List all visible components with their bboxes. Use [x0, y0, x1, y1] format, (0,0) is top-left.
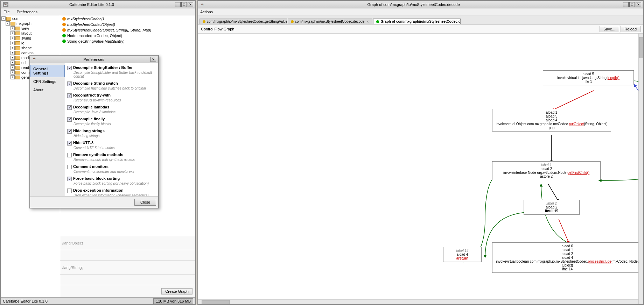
tree-item-view[interactable]: + view	[1, 26, 60, 31]
tree-toggle-swing[interactable]: +	[10, 36, 15, 40]
close-btn[interactable]: ✕	[188, 2, 193, 7]
pref-checkbox-10[interactable]	[67, 189, 72, 193]
left-titlebar: ☕ Cafebabe Editor Lite 0.1.0 _ □ ✕	[1, 1, 195, 8]
pref-option-label-6[interactable]: ✓ Hide UTF-8	[67, 141, 156, 146]
pref-option-label-7[interactable]: Remove synthetic methods	[67, 152, 156, 157]
tab-close-1[interactable]: ✕	[366, 20, 369, 23]
tree-item-io[interactable]: + io	[1, 41, 60, 45]
pref-checkbox-1[interactable]: ✓	[67, 81, 72, 86]
pref-checkbox-6[interactable]: ✓	[67, 141, 72, 146]
pref-option-label-10[interactable]: Drop exception information	[67, 188, 156, 193]
pref-option-desc-6: Convert UTF-8 to \u codes	[74, 146, 156, 150]
left-window-controls: _ □ ✕	[175, 2, 193, 7]
pref-option-9: ✓ Force basic block sorting Force basic …	[67, 176, 156, 185]
pref-nav-about[interactable]: About	[30, 86, 65, 94]
method-icon-4	[62, 40, 66, 43]
tree-toggle-model[interactable]: +	[10, 56, 15, 60]
pref-nav-general[interactable]: General Settings	[30, 65, 65, 77]
tree-toggle-mxgraph[interactable]: -	[6, 21, 10, 26]
tree-toggle-layout[interactable]: +	[10, 31, 15, 35]
node2-line5: pop	[495, 126, 608, 130]
menubar: File Preferences	[1, 8, 195, 15]
tree-item-com[interactable]: - com	[1, 16, 60, 21]
node1-line2: invokevirtual int java.lang.String.lengt…	[546, 76, 631, 80]
pref-option-label-0[interactable]: ✓ Decompile StringBuilder / Buffer	[67, 65, 156, 70]
pref-main: ✓ Decompile StringBuilder / Buffer Decom…	[65, 63, 158, 196]
pref-title: Preferences	[37, 57, 150, 62]
tab-2[interactable]: Graph of com/mxgraph/io/mxStylesheetCode…	[373, 19, 461, 24]
folder-icon-util	[15, 61, 20, 65]
scrollbar-v-thumb[interactable]	[639, 37, 643, 58]
tab-0[interactable]: com/mxgraph/io/mxStylesheetCodec.getStri…	[200, 19, 287, 24]
pref-option-label-5[interactable]: ✓ Hide long strings	[67, 129, 156, 134]
maximize-btn[interactable]: □	[181, 2, 187, 7]
tree-toggle-canvas[interactable]: +	[10, 51, 15, 55]
tab-label-2: Graph of com/mxgraph/io/mxStylesheetCode…	[380, 20, 461, 23]
pref-option-desc-3: Decompile Java 8 lambdas	[74, 110, 156, 114]
vertical-scrollbar[interactable]	[638, 34, 643, 304]
minimize-btn[interactable]: _	[175, 2, 181, 7]
tree-toggle-shape[interactable]: +	[10, 46, 15, 50]
tree-item-shape[interactable]: + shape	[1, 45, 60, 50]
pref-option-8: Comment monitors Comment monitorenter an…	[67, 164, 156, 173]
pref-checkbox-4[interactable]: ✓	[67, 117, 72, 122]
right-close-btn[interactable]: ✕	[636, 2, 641, 7]
reload-btn[interactable]: Reload	[621, 26, 640, 32]
tree-item-mxgraph[interactable]: - mxgraph	[1, 21, 60, 26]
tree-toggle-connection[interactable]: +	[10, 70, 15, 75]
method-icon-1	[62, 23, 66, 26]
tree-item-swing[interactable]: + swing	[1, 36, 60, 41]
node2-line1: aload 1	[495, 111, 608, 114]
tree-label-shape: shape	[21, 46, 32, 50]
tree-toggle-util[interactable]: +	[10, 61, 15, 65]
pref-option-label-3[interactable]: ✓ Decompile lambdas	[67, 105, 156, 110]
pref-checkbox-9[interactable]: ✓	[67, 177, 72, 181]
extra-panel-3: /lang/String;	[60, 260, 195, 274]
node2-line2: aload 5	[495, 114, 608, 118]
pref-nav-cfr[interactable]: CFR Settings	[30, 77, 65, 86]
pref-checkbox-0[interactable]: ✓	[67, 66, 72, 70]
method-item-1[interactable]: mxStylesheetCodec(Object)	[61, 22, 195, 27]
method-label-2: mxStylesheetCodec(Object, String[], Stri…	[67, 28, 151, 32]
pref-option-desc-1: Decompile hashCode switches back to orig…	[74, 86, 156, 90]
method-item-2[interactable]: mxStylesheetCodec(Object, String[], Stri…	[61, 27, 195, 33]
horizontal-scrollbar[interactable]	[198, 299, 638, 304]
tree-toggle-reader[interactable]: +	[10, 65, 15, 70]
save-btn[interactable]: Save...	[600, 26, 619, 32]
method-item-3[interactable]: Node encode(mxCodec, Object)	[61, 33, 195, 38]
tree-toggle-generatorfunction[interactable]: +	[10, 75, 15, 79]
scrollbar-h-thumb[interactable]	[202, 300, 230, 304]
menu-file[interactable]: File	[2, 10, 11, 14]
pref-option-4: ✓ Decompile finally Decompile finally bl…	[67, 117, 156, 126]
pref-option-desc-4: Decompile finally blocks	[74, 122, 156, 126]
right-window-controls: _ □ ✕	[623, 2, 641, 7]
pref-option-label-2[interactable]: ✓ Reconstruct try-with	[67, 93, 156, 98]
tree-toggle-com[interactable]: -	[1, 16, 6, 21]
method-item-0[interactable]: mxStylesheetCodec()	[61, 16, 195, 22]
right-window-title: Graph of com/mxgraph/io/mxStylesheetCode…	[204, 2, 623, 7]
pref-checkbox-2[interactable]: ✓	[67, 93, 72, 98]
pref-option-label-9[interactable]: ✓ Force basic block sorting	[67, 176, 156, 181]
right-maximize-btn[interactable]: □	[629, 2, 635, 7]
pref-checkbox-5[interactable]: ✓	[67, 129, 72, 134]
method-item-4[interactable]: String getStringValue(Map$Entry)	[61, 38, 195, 44]
tree-toggle-io[interactable]: +	[10, 41, 15, 45]
pref-checkbox-3[interactable]: ✓	[67, 105, 72, 110]
tab-1[interactable]: com/mxgraph/io/mxStylesheetCodec.decode …	[288, 19, 372, 24]
pref-checkbox-8[interactable]	[67, 165, 72, 169]
menu-preferences[interactable]: Preferences	[15, 10, 39, 14]
tree-label-canvas: canvas	[21, 51, 34, 55]
graph-canvas[interactable]: aload 5 invokevirtual int java.lang.Stri…	[198, 34, 643, 304]
pref-option-label-8[interactable]: Comment monitors	[67, 164, 156, 169]
pref-option-desc-2: Reconstruct try-with-resources	[74, 98, 156, 102]
pref-close-button[interactable]: Close	[134, 199, 156, 206]
pref-option-label-4[interactable]: ✓ Decompile finally	[67, 117, 156, 122]
tree-toggle-view[interactable]: +	[10, 26, 15, 30]
pref-option-label-1[interactable]: ✓ Decompile String switch	[67, 81, 156, 86]
pref-checkbox-7[interactable]	[67, 153, 72, 157]
right-minimize-btn[interactable]: _	[623, 2, 629, 7]
tree-item-canvas[interactable]: + canvas	[1, 50, 60, 55]
create-graph-btn[interactable]: Create Graph	[161, 288, 192, 295]
tree-item-layout[interactable]: + layout	[1, 31, 60, 36]
pref-close-icon-btn[interactable]: ✕	[150, 57, 156, 62]
